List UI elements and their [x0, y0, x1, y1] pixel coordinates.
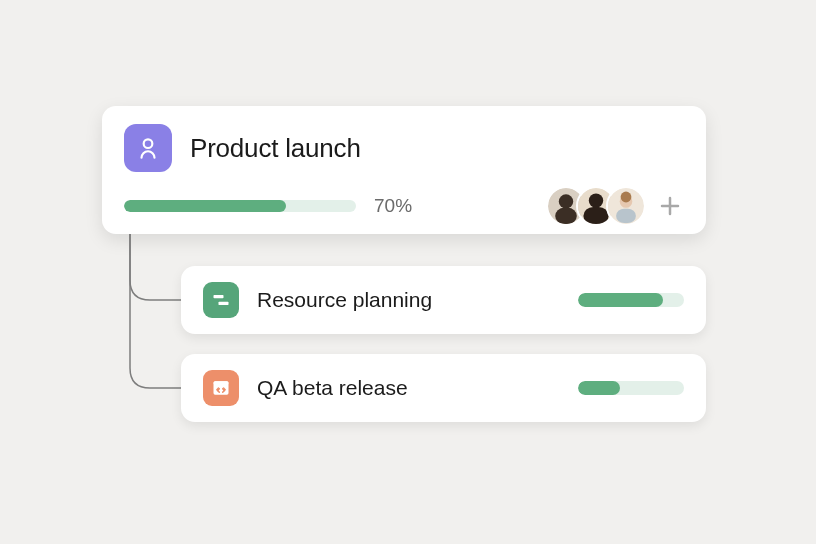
goal-title: Product launch: [190, 133, 361, 164]
svg-rect-6: [583, 207, 608, 224]
goal-card-child[interactable]: Resource planning: [181, 266, 706, 334]
code-icon: [203, 370, 239, 406]
svg-point-10: [621, 192, 632, 203]
svg-rect-9: [616, 209, 636, 223]
svg-point-0: [144, 139, 153, 148]
svg-rect-16: [214, 381, 229, 384]
add-member-button[interactable]: [656, 192, 684, 220]
svg-point-2: [559, 194, 573, 208]
avatar[interactable]: [606, 186, 646, 226]
tree-connector: [128, 234, 182, 414]
progress-label: 70%: [374, 195, 412, 217]
timeline-icon: [203, 282, 239, 318]
progress-bar: [578, 293, 684, 307]
goal-title: QA beta release: [257, 376, 408, 400]
svg-rect-13: [214, 295, 224, 298]
goal-card-parent[interactable]: Product launch 70%: [102, 106, 706, 234]
goal-title: Resource planning: [257, 288, 432, 312]
svg-rect-14: [219, 302, 229, 305]
progress-bar: [124, 200, 356, 212]
progress-bar: [578, 381, 684, 395]
svg-point-5: [589, 193, 603, 207]
member-avatars: [546, 186, 684, 226]
goal-card-child[interactable]: QA beta release: [181, 354, 706, 422]
brain-icon: [124, 124, 172, 172]
svg-rect-3: [555, 208, 577, 224]
